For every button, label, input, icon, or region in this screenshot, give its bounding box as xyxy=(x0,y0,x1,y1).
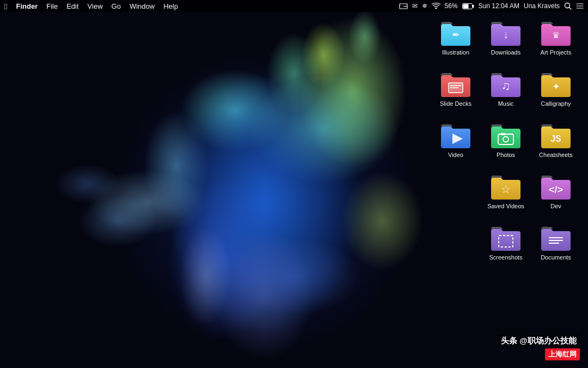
mirror-icon xyxy=(399,3,408,9)
username: Una Kravets xyxy=(524,2,560,10)
svg-text:↓: ↓ xyxy=(503,28,509,40)
folder-label: Saved Videos xyxy=(487,203,524,210)
folder-label: Slide Decks xyxy=(440,100,471,107)
svg-text:</>: </> xyxy=(549,184,563,195)
svg-point-2 xyxy=(435,8,437,9)
folder-art-projects[interactable]: ♛ Art Projects xyxy=(532,16,580,65)
svg-text:JS: JS xyxy=(550,134,561,143)
folder-video[interactable]: Video xyxy=(432,119,480,168)
menu-help[interactable]: Help xyxy=(163,2,178,10)
folder-screenshots[interactable]: Screenshots xyxy=(482,221,530,270)
watermark-text2: 上海红网 xyxy=(545,348,580,360)
watermark: 头条 @职场办公技能 上海红网 xyxy=(498,335,580,360)
battery-icon-svg xyxy=(462,3,474,9)
folder-label: Cheatsheets xyxy=(539,152,573,159)
svg-text:☆: ☆ xyxy=(501,183,511,195)
svg-text:♛: ♛ xyxy=(552,31,560,40)
menu-go[interactable]: Go xyxy=(112,2,121,10)
folder-label: Screenshots xyxy=(489,254,522,261)
folder-documents[interactable]: Documents xyxy=(532,221,580,270)
folder-downloads[interactable]: ↓ Downloads xyxy=(482,16,530,65)
menu-edit[interactable]: Edit xyxy=(66,2,78,10)
email-icon: ✉ xyxy=(412,2,418,10)
apple-menu[interactable]:  xyxy=(4,2,7,11)
folder-label: Music xyxy=(498,100,514,107)
menu-file[interactable]: File xyxy=(46,2,58,10)
folder-label: Documents xyxy=(541,254,571,261)
svg-rect-4 xyxy=(472,5,474,8)
control-icon[interactable] xyxy=(576,3,584,9)
battery-percent: 56% xyxy=(445,2,458,10)
folder-dev[interactable]: </> Dev xyxy=(532,170,580,219)
folder-label: Art Projects xyxy=(541,49,572,56)
desktop:  Finder File Edit View Go Window Help ✉… xyxy=(0,0,588,368)
desktop-icons: ✒ Illustration ↓ xyxy=(432,16,580,270)
menu-window[interactable]: Window xyxy=(130,2,155,10)
folder-saved-videos[interactable]: ☆ Saved Videos xyxy=(482,170,530,219)
svg-text:✦: ✦ xyxy=(552,81,560,92)
wifi-icon xyxy=(432,3,440,9)
watermark-text1: 头条 @职场办公技能 xyxy=(498,335,580,347)
search-icon[interactable] xyxy=(564,2,572,10)
folder-calligraphy[interactable]: ✦ Calligraphy xyxy=(532,68,580,117)
menubar:  Finder File Edit View Go Window Help ✉… xyxy=(0,0,588,12)
folder-label: Video xyxy=(448,152,463,159)
folder-label: Downloads xyxy=(491,49,520,56)
bluetooth-icon: ✵ xyxy=(422,2,427,10)
folder-illustration[interactable]: ✒ Illustration xyxy=(432,16,480,65)
folder-music[interactable]: ♫ Music xyxy=(482,68,530,117)
folder-photos[interactable]: Photos xyxy=(482,119,530,168)
wifi-icon-svg xyxy=(432,3,440,9)
folder-cheatsheets[interactable]: JS Cheatsheets xyxy=(532,119,580,168)
datetime: Sun 12:04 AM xyxy=(479,2,519,10)
menubar-icons xyxy=(399,3,408,9)
svg-line-7 xyxy=(569,8,572,10)
svg-rect-5 xyxy=(463,4,468,8)
svg-text:✒: ✒ xyxy=(452,29,460,40)
folder-label: Calligraphy xyxy=(541,100,571,107)
folder-label: Dev xyxy=(550,203,561,210)
menubar-right: ✉ ✵ 56% Sun 12:04 AM Una xyxy=(399,2,584,10)
folder-label: Photos xyxy=(497,152,515,159)
svg-text:♫: ♫ xyxy=(501,79,511,93)
menubar-left:  Finder File Edit View Go Window Help xyxy=(4,2,399,11)
folder-label: Illustration xyxy=(442,49,469,56)
menu-view[interactable]: View xyxy=(88,2,103,10)
battery-icon xyxy=(462,3,474,9)
app-name[interactable]: Finder xyxy=(16,2,38,10)
svg-rect-22 xyxy=(501,133,505,135)
folder-slide-decks[interactable]: Slide Decks xyxy=(432,68,480,117)
